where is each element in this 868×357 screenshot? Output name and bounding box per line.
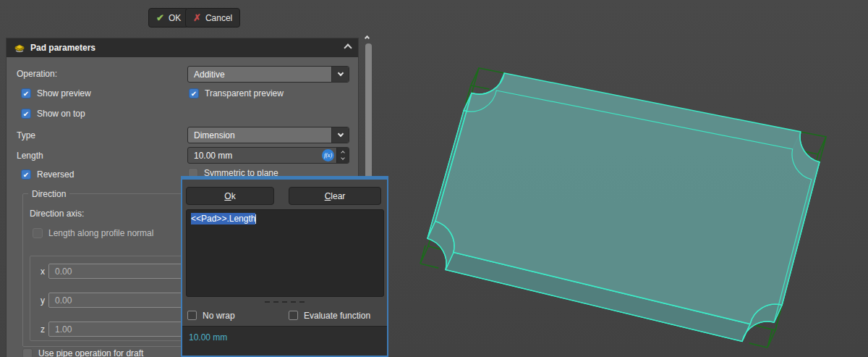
chevron-down-icon (331, 127, 349, 143)
length-label: Length (17, 151, 43, 161)
pad-parameters-header[interactable]: Pad parameters (7, 38, 358, 57)
no-wrap-label: No wrap (203, 311, 235, 321)
z-label: z (41, 324, 45, 335)
show-preview-label: Show preview (37, 88, 91, 98)
3d-viewport[interactable] (391, 29, 868, 357)
length-input[interactable]: 10.00 mm f(x) (187, 147, 349, 164)
reversed-checkbox[interactable]: ✔ Reversed (21, 169, 74, 180)
type-value: Dimension (188, 130, 331, 140)
check-icon: ✔ (21, 88, 31, 98)
expression-text: <<Pad>>.Length (191, 213, 255, 224)
expression-textarea[interactable]: <<Pad>>.Length (186, 209, 384, 297)
show-on-top-label: Show on top (37, 109, 85, 119)
use-pipe-label: Use pipe operation for draft (38, 348, 143, 357)
z-value: 1.00 (55, 324, 72, 335)
text-caret (255, 214, 256, 224)
operation-label: Operation: (17, 69, 57, 79)
collapse-chevron-icon[interactable] (345, 43, 351, 53)
length-value: 10.00 mm (188, 151, 322, 161)
popup-ok-button[interactable]: Ok (186, 187, 274, 205)
ok-check-icon: ✔ (156, 12, 164, 23)
no-wrap-checkbox[interactable]: No wrap (187, 311, 235, 321)
pad-icon (14, 43, 25, 53)
evaluate-function-label: Evaluate function (304, 311, 370, 321)
popup-clear-button[interactable]: Clear (289, 187, 381, 205)
cancel-x-icon: ✗ (193, 12, 201, 23)
operation-value: Additive (188, 70, 331, 80)
cancel-button[interactable]: ✗ Cancel (185, 8, 240, 28)
direction-group-label: Direction (28, 189, 69, 199)
check-icon: ✔ (21, 109, 31, 119)
direction-axis-label: Direction axis: (30, 209, 84, 219)
ok-button[interactable]: ✔ OK (148, 8, 189, 28)
show-on-top-checkbox[interactable]: ✔ Show on top (21, 109, 85, 119)
check-icon: ✔ (21, 169, 31, 180)
type-label: Type (17, 130, 35, 140)
y-label: y (41, 295, 45, 306)
y-value: 0.00 (55, 295, 72, 306)
x-label: x (41, 266, 45, 277)
scroll-up-icon[interactable] (365, 32, 369, 42)
checkbox-box (33, 228, 43, 238)
transparent-preview-label: Transparent preview (205, 88, 284, 98)
pad-top-face (435, 73, 820, 324)
show-preview-checkbox[interactable]: ✔ Show preview (21, 88, 91, 98)
popup-ok-label: O (224, 191, 231, 201)
splitter-handle-icon[interactable] (182, 301, 387, 303)
freecad-window: { "task_buttons": { "ok_label": "OK", "c… (0, 0, 868, 357)
length-spinner[interactable] (336, 148, 349, 163)
evaluate-function-checkbox[interactable]: Evaluate function (289, 311, 370, 321)
use-pipe-checkbox[interactable]: Use pipe operation for draft (22, 348, 143, 357)
length-along-normal-checkbox[interactable]: Length along profile normal (33, 228, 153, 238)
ok-button-label: OK (169, 13, 181, 23)
expression-editor-popup: Ok Clear <<Pad>>.Length No wrap Evaluate… (181, 176, 388, 357)
length-along-normal-label: Length along profile normal (48, 228, 153, 238)
panel-title: Pad parameters (30, 43, 95, 53)
x-value: 0.00 (55, 266, 72, 277)
operation-combo[interactable]: Additive (187, 66, 349, 83)
checkbox-box (289, 311, 298, 320)
check-icon: ✔ (189, 88, 199, 98)
checkbox-box (187, 311, 197, 320)
transparent-preview-checkbox[interactable]: ✔ Transparent preview (189, 88, 284, 98)
expression-result: 10.00 mm (182, 326, 387, 356)
expression-fx-icon[interactable]: f(x) (322, 149, 334, 161)
type-combo[interactable]: Dimension (187, 127, 349, 143)
reversed-label: Reversed (37, 169, 74, 180)
cancel-button-label: Cancel (205, 13, 232, 23)
result-value: 10.00 mm (189, 332, 227, 343)
chevron-down-icon (331, 67, 349, 82)
checkbox-box (22, 348, 33, 357)
